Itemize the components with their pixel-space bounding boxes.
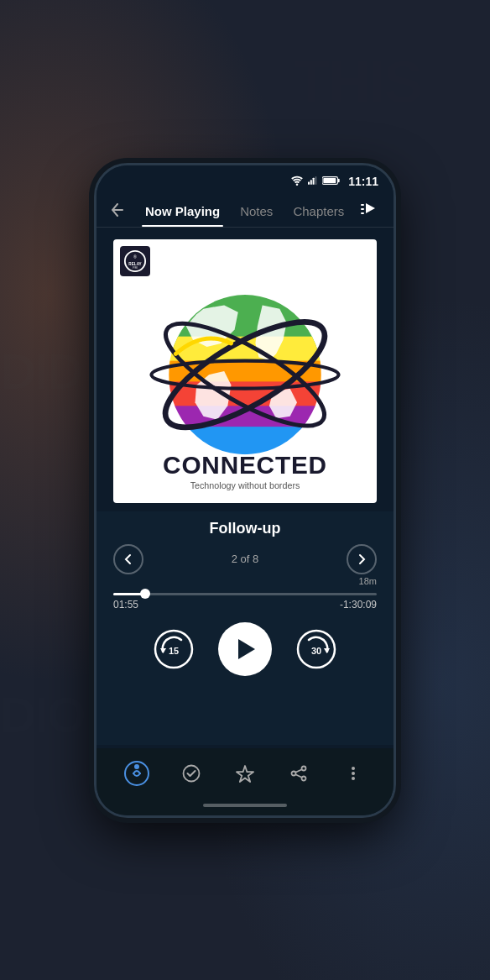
svg-marker-8 — [366, 203, 375, 213]
svg-point-41 — [352, 767, 355, 770]
battery-icon — [322, 174, 341, 189]
phone-frame: 11:11 Now Playing Notes Chapters — [94, 163, 396, 818]
complete-button[interactable] — [175, 757, 208, 790]
playback-controls: 15 30 — [113, 622, 377, 676]
svg-line-39 — [296, 769, 303, 773]
chapter-of: 2 of 8 — [232, 553, 259, 565]
play-icon — [238, 639, 255, 659]
svg-point-35 — [183, 765, 199, 781]
svg-text:RELAY: RELAY — [128, 261, 142, 265]
more-button[interactable] — [336, 757, 370, 790]
back-button[interactable] — [108, 200, 127, 224]
progress-container: 01:55 -1:30:09 — [113, 593, 377, 611]
time-remaining: -1:30:09 — [340, 599, 377, 611]
rewind-button[interactable]: 15 — [153, 628, 195, 670]
time-row: 01:55 -1:30:09 — [113, 599, 377, 611]
bottom-toolbar — [96, 748, 394, 799]
svg-rect-4 — [315, 176, 317, 185]
wifi-icon — [290, 174, 304, 189]
album-art: CONNECTED Technology without borders ® R… — [113, 239, 377, 503]
tab-notes[interactable]: Notes — [230, 197, 283, 227]
play-button[interactable] — [218, 622, 272, 676]
forward-button[interactable]: 30 — [295, 628, 337, 670]
nav-tabs: Now Playing Notes Chapters — [96, 194, 394, 227]
svg-marker-30 — [160, 648, 166, 653]
chapter-duration: 18m — [359, 576, 377, 586]
speed-button[interactable] — [120, 757, 154, 790]
svg-line-40 — [296, 774, 303, 778]
svg-text:30: 30 — [311, 646, 321, 656]
home-bar — [203, 804, 287, 807]
svg-rect-6 — [338, 178, 340, 181]
svg-text:CONNECTED: CONNECTED — [163, 451, 327, 479]
svg-point-42 — [352, 772, 355, 775]
status-bar: 11:11 — [96, 165, 394, 194]
chapter-nav: 2 of 8 — [113, 544, 377, 574]
svg-text:Technology without borders: Technology without borders — [190, 480, 300, 490]
time-elapsed: 01:55 — [113, 599, 138, 611]
svg-marker-33 — [324, 648, 330, 653]
relay-fm-logo: ® RELAY FM — [120, 246, 150, 276]
svg-point-0 — [296, 183, 299, 186]
home-indicator — [96, 799, 394, 815]
signal-icon — [308, 174, 318, 189]
progress-thumb — [140, 589, 150, 599]
svg-rect-9 — [361, 204, 364, 206]
chapter-info: 2 of 8 — [232, 553, 259, 565]
progress-track[interactable] — [113, 593, 377, 595]
svg-rect-7 — [324, 177, 336, 182]
status-time: 11:11 — [348, 175, 378, 188]
svg-rect-10 — [361, 208, 364, 210]
svg-rect-3 — [313, 177, 315, 184]
svg-text:15: 15 — [169, 646, 179, 656]
tab-chapters[interactable]: Chapters — [283, 197, 354, 227]
prev-chapter-button[interactable] — [113, 544, 143, 574]
svg-text:FM: FM — [133, 266, 137, 270]
svg-rect-11 — [361, 212, 364, 214]
svg-rect-2 — [310, 180, 312, 185]
svg-rect-1 — [308, 181, 310, 184]
album-art-container: CONNECTED Technology without borders ® R… — [96, 228, 394, 511]
svg-point-43 — [352, 777, 355, 780]
status-icons: 11:11 — [290, 174, 378, 189]
tab-now-playing[interactable]: Now Playing — [135, 197, 230, 227]
speed-icon — [124, 761, 149, 786]
player-area: Follow-up 2 of 8 — [96, 511, 394, 745]
svg-point-37 — [302, 776, 306, 780]
svg-point-36 — [302, 766, 306, 770]
chapter-title: Follow-up — [113, 520, 377, 537]
star-button[interactable] — [228, 757, 262, 790]
playlist-icon[interactable] — [354, 200, 384, 223]
svg-text:®: ® — [133, 254, 137, 259]
svg-point-38 — [292, 771, 296, 775]
speed-dot — [134, 764, 139, 769]
next-chapter-button[interactable] — [347, 544, 377, 574]
share-button[interactable] — [282, 757, 315, 790]
